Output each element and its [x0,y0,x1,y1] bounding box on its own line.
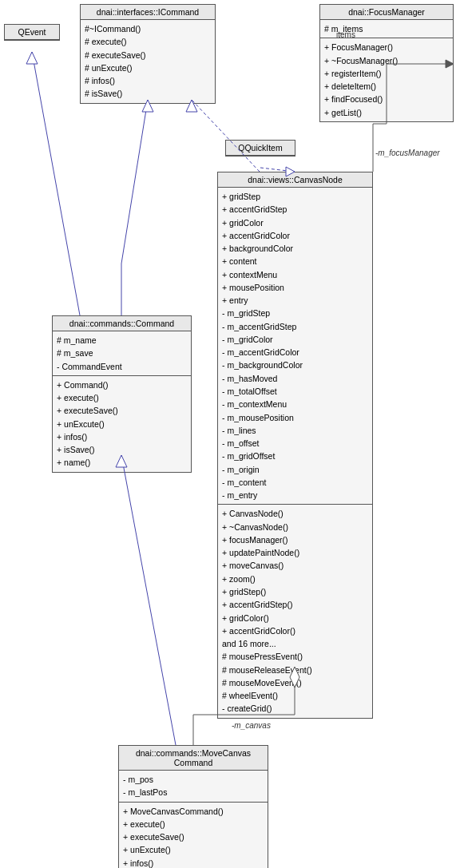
canvas-label: -m_canvas [232,721,271,730]
movecanvas-fields: - m_pos- m_lastPos [119,771,268,803]
canvasnode-properties: + gridStep + accentGridStep + gridColor … [218,188,372,505]
qevent-box: QEvent [4,24,60,41]
svg-marker-4 [26,52,38,64]
icommand-title: dnai::interfaces::ICommand [81,5,215,20]
movecanvas-box: dnai::commands::MoveCanvasCommand - m_po… [118,745,268,868]
canvasnode-title: dnai::views::CanvasNode [218,172,372,188]
svg-line-5 [192,100,260,172]
command-fields: # m_name# m_save- CommandEvent [53,331,191,376]
focusmanager-label: -m_focusManager [375,149,440,157]
svg-line-3 [32,52,80,315]
focusmanager-box: dnai::FocusManager # m_items + FocusMana… [319,4,454,122]
focusmanager-methods: + FocusManager()+ ~FocusManager()+ regis… [320,38,453,121]
icommand-box: dnai::interfaces::ICommand #~ICommand()#… [80,4,216,104]
svg-line-18 [121,455,176,745]
command-box: dnai::commands::Command # m_name# m_save… [52,315,192,473]
qquickitem-box: QQuickItem [225,140,295,157]
movecanvas-methods: + MoveCanvasCommand()+ execute()+ execut… [119,803,268,868]
canvasnode-box: dnai::views::CanvasNode + gridStep + acc… [217,172,373,719]
command-methods: + Command()+ execute()+ executeSave()+ u… [53,376,191,472]
qquickitem-title: QQuickItem [226,141,295,156]
command-title: dnai::commands::Command [53,316,191,331]
canvasnode-methods: + CanvasNode() + ~CanvasNode() + focusMa… [218,505,372,717]
svg-line-1 [121,100,148,264]
focusmanager-title: dnai::FocusManager [320,5,453,20]
movecanvas-title: dnai::commands::MoveCanvasCommand [119,746,268,771]
diagram-container: QEvent dnai::interfaces::ICommand #~ICom… [0,0,460,868]
icommand-members: #~ICommand()# execute()# executeSave()# … [81,20,215,103]
qevent-title: QEvent [5,25,59,40]
focusmanager-fields: # m_items [320,20,453,38]
